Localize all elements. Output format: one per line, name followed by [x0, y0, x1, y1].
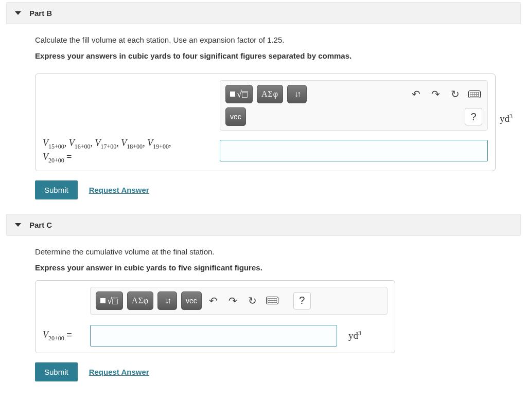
part-b-actions: Submit Request Answer: [35, 180, 513, 199]
subscript-button[interactable]: ↓↑: [157, 291, 177, 310]
help-button[interactable]: ?: [293, 292, 311, 309]
help-icon: ?: [470, 111, 476, 123]
part-b-prompt-line2: Express your answers in cubic yards to f…: [35, 50, 513, 61]
request-answer-link[interactable]: Request Answer: [89, 368, 149, 376]
part-b-variable-label: V15+00, V16+00, V17+00, V18+00, V19+00, …: [43, 137, 213, 165]
part-b-prompt: Calculate the fill volume at each statio…: [35, 34, 513, 61]
part-b-title: Part B: [29, 9, 52, 17]
undo-button[interactable]: ↶: [206, 291, 221, 310]
part-c-actions: Submit Request Answer: [35, 362, 513, 381]
templates-button[interactable]: √: [96, 291, 123, 310]
redo-icon: ↷: [431, 88, 440, 100]
updown-icon: ↓↑: [165, 296, 170, 305]
part-c-answer-input[interactable]: [90, 325, 337, 346]
vec-label: vec: [186, 297, 197, 305]
undo-icon: ↶: [209, 295, 218, 307]
keyboard-button[interactable]: [265, 291, 280, 310]
part-c-prompt: Determine the cumulative volume at the f…: [35, 246, 513, 273]
submit-button[interactable]: Submit: [35, 362, 78, 381]
redo-icon: ↷: [229, 295, 237, 307]
keyboard-icon: [468, 90, 481, 98]
redo-button[interactable]: ↷: [225, 291, 241, 310]
reset-icon: ↻: [451, 88, 460, 100]
reset-icon: ↻: [248, 295, 257, 307]
request-answer-link[interactable]: Request Answer: [89, 186, 149, 194]
greek-button[interactable]: ΑΣφ: [257, 85, 283, 103]
reset-button[interactable]: ↻: [245, 291, 260, 310]
part-b-answer-input[interactable]: [220, 140, 488, 161]
equation-toolbar: √ ΑΣφ ↓↑ vec ↶ ↷ ↻ ?: [90, 287, 388, 315]
part-c-prompt-line1: Determine the cumulative volume at the f…: [35, 246, 513, 257]
help-button[interactable]: ?: [465, 108, 482, 125]
reset-button[interactable]: ↻: [447, 85, 463, 103]
submit-button[interactable]: Submit: [35, 180, 78, 199]
part-b-prompt-line1: Calculate the fill volume at each statio…: [35, 34, 513, 45]
keyboard-button[interactable]: [467, 85, 482, 103]
vec-button[interactable]: vec: [225, 107, 246, 126]
part-c-variable-label: V20+00 =: [43, 328, 83, 342]
part-c-title: Part C: [29, 221, 52, 229]
undo-icon: ↶: [412, 88, 420, 100]
caret-down-icon: [15, 223, 21, 227]
subscript-button[interactable]: ↓↑: [287, 85, 307, 103]
part-b-unit: yd3: [496, 113, 513, 124]
greek-icon: ΑΣφ: [132, 296, 149, 305]
template-icon: √: [100, 296, 118, 305]
undo-button[interactable]: ↶: [408, 85, 424, 103]
part-b-answer-box: √ ΑΣφ ↓↑ ↶ ↷ ↻ vec ?: [35, 74, 496, 171]
part-b-header[interactable]: Part B: [6, 2, 521, 24]
updown-icon: ↓↑: [294, 89, 300, 99]
part-c-answer-box: √ ΑΣφ ↓↑ vec ↶ ↷ ↻ ? V20+00 =: [35, 280, 395, 353]
caret-down-icon: [15, 11, 21, 15]
templates-button[interactable]: √: [225, 85, 253, 103]
equation-toolbar: √ ΑΣφ ↓↑ ↶ ↷ ↻ vec ?: [220, 80, 488, 131]
vec-button[interactable]: vec: [181, 291, 202, 310]
part-c-prompt-line2: Express your answer in cubic yards to fi…: [35, 262, 513, 273]
template-icon: √: [230, 89, 248, 99]
help-icon: ?: [299, 295, 305, 306]
keyboard-icon: [266, 297, 278, 304]
redo-button[interactable]: ↷: [428, 85, 443, 103]
greek-icon: ΑΣφ: [261, 89, 278, 99]
greek-button[interactable]: ΑΣφ: [127, 291, 153, 310]
part-c-header[interactable]: Part C: [6, 214, 521, 236]
part-b-body: Calculate the fill volume at each statio…: [6, 24, 521, 212]
part-c-body: Determine the cumulative volume at the f…: [6, 236, 521, 394]
vec-label: vec: [230, 113, 241, 121]
part-c-unit: yd3: [344, 330, 361, 341]
